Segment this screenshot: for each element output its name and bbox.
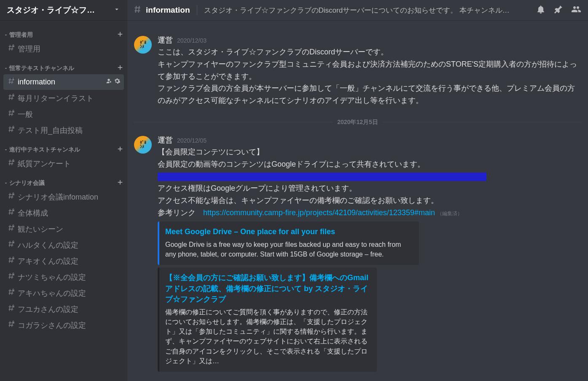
msg-line: ファンクラブ会員の方全員が本サーバーに参加して「一般」チャンネルにて交流を行う事… xyxy=(158,82,581,107)
category-label: 管理者用 xyxy=(3,31,33,39)
embed-title[interactable]: Meet Google Drive – One place for all yo… xyxy=(165,227,412,237)
hash-lock-icon xyxy=(7,304,15,314)
channel-item[interactable]: コガラシさんの設定 xyxy=(3,317,124,333)
channel-item[interactable]: information xyxy=(3,74,124,90)
hash-lock-icon xyxy=(7,93,15,103)
channel-name: 一般 xyxy=(18,109,121,119)
channel-name: information xyxy=(18,78,103,86)
author-name[interactable]: 運営 xyxy=(158,35,173,45)
topbar-divider xyxy=(197,5,197,15)
hash-lock-icon xyxy=(7,192,15,202)
message: 運営 2020/12/05 【会員限定コンテツについて】 会員限定の動画等のコン… xyxy=(127,134,588,375)
channel-name: フユカさんの設定 xyxy=(18,304,121,314)
channel-topic[interactable]: スタジオ・ライブ☆ファンクラブのDiscordサーバーについてのお知らせです。 … xyxy=(204,5,533,15)
msg-line: 会員限定の動画等のコンテンツはGoogleドライブによって共有されています。 xyxy=(158,158,581,170)
channel-item[interactable]: 観たいシーン xyxy=(3,221,124,237)
channel-item[interactable]: アキハちゃんの設定 xyxy=(3,285,124,301)
channel-title: information xyxy=(146,5,190,15)
hash-icon xyxy=(132,4,142,16)
category-label: 進行中テキストチャンネル xyxy=(3,146,80,154)
chevron-down-icon xyxy=(3,66,8,71)
server-header[interactable]: スタジオ・ライブ☆フ… xyxy=(0,0,127,20)
channel-list: 管理者用管理用恒常テキストチャンネルinformation毎月リターンイラスト一… xyxy=(0,20,127,381)
channel-category[interactable]: シナリオ会議 xyxy=(0,172,127,189)
message-body: ここは、スタジオ・ライブ☆ファンクラブのDiscordサーバーです。 キャンプフ… xyxy=(158,46,581,107)
channel-item[interactable]: テスト用_自由投稿 xyxy=(3,122,124,138)
msg-line: アクセス不能な場合は、キャンプファイヤーの備考欄のご確認をお願い致します。 xyxy=(158,195,581,207)
msg-line: 【会員限定コンテツについて】 xyxy=(158,146,581,158)
embed-card[interactable]: Meet Google Drive – One place for all yo… xyxy=(158,222,419,265)
hash-lock-icon xyxy=(7,320,15,330)
add-channel-icon[interactable] xyxy=(116,64,124,73)
channel-item[interactable]: 毎月リターンイラスト xyxy=(3,90,124,106)
hash-lock-icon xyxy=(7,240,15,250)
divider-date: 2020年12月5日 xyxy=(333,118,382,127)
redacted-link[interactable] xyxy=(158,170,581,183)
pin-icon[interactable] xyxy=(553,4,564,16)
msg-line: ここは、スタジオ・ライブ☆ファンクラブのDiscordサーバーです。 xyxy=(158,46,581,58)
channel-item[interactable]: 一般 xyxy=(3,106,124,122)
channel-item[interactable]: シナリオ会議infomation xyxy=(3,189,124,205)
topbar-actions xyxy=(536,4,583,16)
channel-topbar: information スタジオ・ライブ☆ファンクラブのDiscordサーバーに… xyxy=(127,0,588,20)
hash-lock-icon xyxy=(7,288,15,298)
message-scroll[interactable]: 運営 2020/12/03 ここは、スタジオ・ライブ☆ファンクラブのDiscor… xyxy=(127,20,588,381)
msg-line: キャンプファイヤーのファンクラブ型コミュニティ会員および決済方法補完のためのST… xyxy=(158,58,581,83)
hash-lock-icon xyxy=(7,125,15,135)
message-header: 運営 2020/12/03 xyxy=(158,35,581,45)
invite-icon[interactable] xyxy=(105,78,112,86)
reference-link[interactable]: https://community.camp-fire.jp/projects/… xyxy=(203,208,435,217)
hash-lock-icon xyxy=(7,256,15,266)
category-label: 恒常テキストチャンネル xyxy=(3,65,74,72)
channel-name: 管理用 xyxy=(18,44,121,54)
channel-name: 全体構成 xyxy=(18,208,121,218)
channel-name: シナリオ会議infomation xyxy=(18,192,121,202)
channel-item[interactable]: 全体構成 xyxy=(3,205,124,221)
channel-item[interactable]: アキオくんの設定 xyxy=(3,253,124,269)
divider-line xyxy=(134,122,333,122)
channel-name: アキハちゃんの設定 xyxy=(18,288,121,298)
channel-category[interactable]: 恒常テキストチャンネル xyxy=(0,57,127,74)
channel-item[interactable]: フユカさんの設定 xyxy=(3,301,124,317)
message: 運営 2020/12/03 ここは、スタジオ・ライブ☆ファンクラブのDiscor… xyxy=(127,34,588,110)
author-name[interactable]: 運営 xyxy=(158,135,173,145)
channel-sidebar: スタジオ・ライブ☆フ… 管理者用管理用恒常テキストチャンネルinformatio… xyxy=(0,0,127,381)
server-name: スタジオ・ライブ☆フ… xyxy=(7,5,95,16)
add-channel-icon[interactable] xyxy=(116,145,124,154)
channel-item[interactable]: 管理用 xyxy=(3,41,124,57)
bell-icon[interactable] xyxy=(536,4,546,16)
hash-lock-icon xyxy=(7,77,15,87)
channel-name: アキオくんの設定 xyxy=(18,256,121,266)
reference-label: 参考リンク xyxy=(158,208,203,217)
chevron-down-icon xyxy=(3,147,8,152)
timestamp: 2020/12/03 xyxy=(177,37,207,44)
add-channel-icon[interactable] xyxy=(116,178,124,188)
hash-lock-icon xyxy=(7,272,15,282)
category-label: シナリオ会議 xyxy=(3,179,45,187)
add-channel-icon[interactable] xyxy=(116,30,124,40)
divider-line xyxy=(382,122,581,122)
gear-icon[interactable] xyxy=(114,78,121,86)
msg-line: 参考リンク https://community.camp-fire.jp/pro… xyxy=(158,207,581,219)
channel-item[interactable]: ハルタくんの設定 xyxy=(3,237,124,253)
channel-actions xyxy=(105,78,121,86)
channel-item[interactable]: 紙質アンケート xyxy=(3,156,124,171)
message-body: 【会員限定コンテツについて】 会員限定の動画等のコンテンツはGoogleドライブ… xyxy=(158,146,581,219)
hash-lock-icon xyxy=(7,224,15,234)
channel-name: 観たいシーン xyxy=(18,224,121,234)
embed-title[interactable]: 【※全会員の方にご確認お願い致します】備考欄へのGmailアドレスの記載、備考欄… xyxy=(165,273,370,305)
message-header: 運営 2020/12/05 xyxy=(158,135,581,145)
channel-category[interactable]: 管理者用 xyxy=(0,24,127,41)
channel-name: 紙質アンケート xyxy=(18,159,121,169)
channel-name: 毎月リターンイラスト xyxy=(18,93,121,103)
embed-card[interactable]: 【※全会員の方にご確認お願い致します】備考欄へのGmailアドレスの記載、備考欄… xyxy=(158,268,377,372)
avatar[interactable] xyxy=(134,36,152,54)
avatar[interactable] xyxy=(134,136,152,154)
hash-lock-icon xyxy=(7,208,15,218)
main-panel: information スタジオ・ライブ☆ファンクラブのDiscordサーバーに… xyxy=(127,0,588,381)
channel-category[interactable]: 進行中テキストチャンネル xyxy=(0,138,127,155)
members-icon[interactable] xyxy=(571,4,581,16)
channel-name: コガラシさんの設定 xyxy=(18,320,121,330)
channel-item[interactable]: ナツミちゃんの設定 xyxy=(3,269,124,285)
channel-name: ナツミちゃんの設定 xyxy=(18,272,121,282)
